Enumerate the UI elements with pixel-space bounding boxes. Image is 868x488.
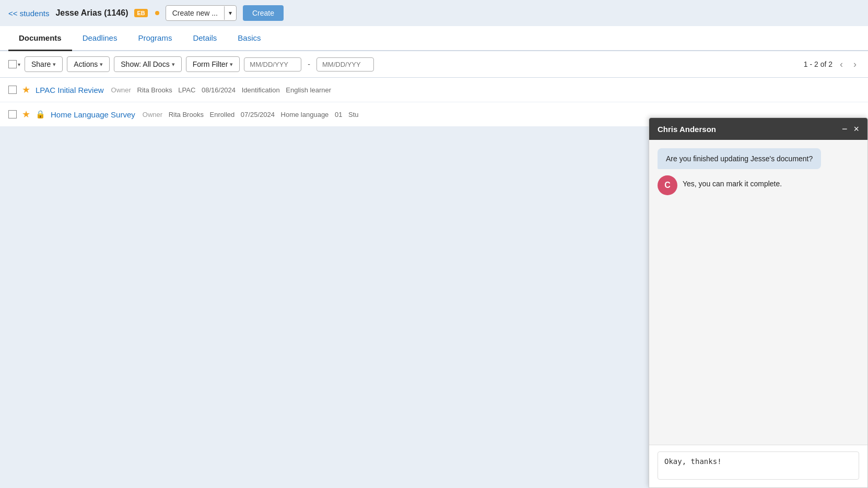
badge-notification-dot bbox=[155, 11, 159, 15]
doc-category-2: Home language bbox=[281, 111, 329, 118]
chat-close-button[interactable]: × bbox=[853, 124, 859, 127]
lock-icon-2: 🔒 bbox=[36, 110, 45, 119]
chat-title: Chris Anderson bbox=[658, 125, 716, 127]
tab-documents[interactable]: Documents bbox=[8, 26, 72, 51]
toolbar: ▾ Share ▾ Actions ▾ Show: All Docs ▾ For… bbox=[0, 51, 868, 78]
actions-chevron-icon: ▾ bbox=[100, 61, 103, 68]
date-to-input[interactable] bbox=[316, 57, 374, 72]
eb-badge: EB bbox=[134, 9, 147, 17]
chat-minimize-button[interactable]: − bbox=[842, 124, 848, 127]
doc-meta-2: Owner Rita Brooks Enrolled 07/25/2024 Ho… bbox=[143, 111, 363, 118]
back-to-students-link[interactable]: << students bbox=[8, 9, 49, 18]
create-new-chevron-icon: ▾ bbox=[224, 6, 236, 20]
doc-title-2[interactable]: Home Language Survey bbox=[51, 110, 135, 119]
tab-deadlines[interactable]: Deadlines bbox=[72, 26, 128, 51]
table-row: ★ LPAC Initial Review Owner Rita Brooks … bbox=[0, 78, 868, 102]
row-checkbox-2[interactable] bbox=[8, 110, 17, 118]
doc-status-1: English learner bbox=[286, 86, 331, 94]
select-all-checkbox[interactable] bbox=[8, 60, 17, 68]
actions-label: Actions bbox=[74, 60, 98, 68]
form-filter-label: Form Filter bbox=[193, 60, 228, 68]
chat-panel: Chris Anderson − × Are you finished upda… bbox=[649, 117, 868, 127]
tab-programs[interactable]: Programs bbox=[127, 26, 182, 51]
pagination-prev-icon[interactable]: ‹ bbox=[837, 59, 846, 70]
tab-details[interactable]: Details bbox=[182, 26, 227, 51]
chat-header: Chris Anderson − × bbox=[649, 118, 867, 127]
show-all-docs-label: Show: All Docs bbox=[121, 60, 169, 68]
chat-header-actions: − × bbox=[842, 124, 859, 127]
header-bar: << students Jesse Arias (1146) EB Create… bbox=[0, 0, 868, 26]
doc-type-1: LPAC bbox=[178, 86, 195, 94]
actions-button[interactable]: Actions ▾ bbox=[67, 56, 110, 72]
doc-date-2: 07/25/2024 bbox=[241, 111, 275, 118]
share-chevron-icon: ▾ bbox=[53, 61, 56, 68]
share-button[interactable]: Share ▾ bbox=[25, 56, 63, 72]
doc-owner-2: Rita Brooks bbox=[169, 111, 204, 118]
star-icon-1[interactable]: ★ bbox=[22, 84, 30, 96]
share-label: Share bbox=[31, 60, 51, 68]
form-filter-button[interactable]: Form Filter ▾ bbox=[186, 56, 240, 72]
doc-status-2: 01 bbox=[335, 111, 342, 118]
student-name: Jesse Arias (1146) bbox=[55, 8, 128, 18]
show-docs-chevron-icon: ▾ bbox=[172, 61, 175, 68]
star-icon-2[interactable]: ★ bbox=[22, 109, 30, 120]
tabs-bar: Documents Deadlines Programs Details Bas… bbox=[0, 26, 868, 51]
form-filter-chevron-icon: ▾ bbox=[230, 61, 233, 68]
doc-meta-1: Owner Rita Brooks LPAC 08/16/2024 Identi… bbox=[111, 86, 335, 94]
date-separator: - bbox=[306, 60, 312, 68]
select-all-chevron-icon[interactable]: ▾ bbox=[18, 62, 20, 67]
show-all-docs-button[interactable]: Show: All Docs ▾ bbox=[114, 56, 181, 72]
doc-owner-1: Rita Brooks bbox=[137, 86, 172, 94]
doc-title-1[interactable]: LPAC Initial Review bbox=[36, 86, 104, 94]
doc-category-1: Identification bbox=[242, 86, 280, 94]
create-new-label: Create new ... bbox=[166, 6, 224, 20]
doc-date-1: 08/16/2024 bbox=[202, 86, 236, 94]
create-button[interactable]: Create bbox=[243, 5, 284, 21]
date-from-input[interactable] bbox=[244, 57, 301, 72]
pagination-info: 1 - 2 of 2 bbox=[804, 60, 832, 68]
select-all-container: ▾ bbox=[8, 60, 20, 68]
doc-extra-2: Stu bbox=[348, 111, 359, 118]
pagination-next-icon[interactable]: › bbox=[850, 59, 860, 70]
create-new-dropdown[interactable]: Create new ... ▾ bbox=[166, 5, 237, 21]
row-checkbox-1[interactable] bbox=[8, 86, 17, 94]
tab-basics[interactable]: Basics bbox=[227, 26, 271, 51]
doc-type-2: Enrolled bbox=[210, 111, 235, 118]
